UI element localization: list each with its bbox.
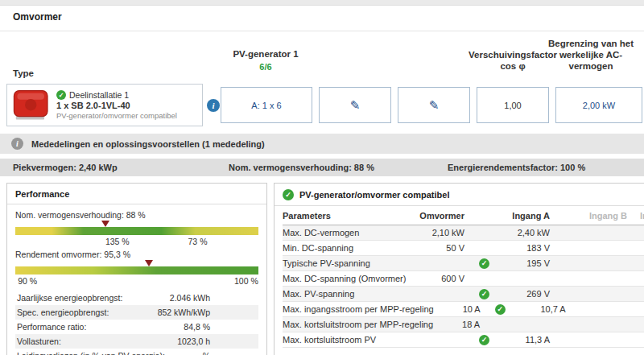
pencil-icon: ✎ [350, 99, 361, 111]
table-row: Max. PV-spanning ✓269 V [283, 287, 644, 302]
info-icon: i [11, 138, 23, 150]
table-row: Max. kortsluitstroom PV ✓11,3 A [283, 332, 644, 348]
check-icon: ✓ [495, 304, 506, 315]
summary-bar: Piekvermogen: 2,40 kWp Nom. vermogensver… [0, 159, 644, 176]
inverter-config-page: Omvormer Type PV-generator 1 6/6 Verschu… [0, 0, 644, 355]
gauge2-bar [15, 266, 258, 275]
gauge1-ticks: 135 % 73 % [15, 237, 258, 248]
performance-row: Spec. energieopbrengst:852 kWh/kWp [15, 305, 258, 320]
column-ac-limit: Begrenzing van het werkelijke AC-vermoge… [543, 38, 639, 72]
top-strip [0, 0, 644, 6]
ok-check-icon: ✓ [283, 189, 294, 200]
info-icon[interactable]: i [207, 99, 220, 112]
gauge2-label: Rendement omvormer: 95,3 % [15, 250, 258, 259]
cos-phi-field[interactable]: 1,00 [477, 87, 549, 123]
compatibility-note: PV-generator/omvormer compatibel [56, 111, 177, 120]
inverter-image [12, 88, 51, 123]
gauge2-tick2: 100 % [234, 276, 258, 286]
ok-check-icon: ✓ [56, 90, 66, 100]
table-row: Max. ingangsstroom per MPP-regeling 10 A… [283, 302, 644, 317]
gauge1-label: Nom. vermogensverhouding: 88 % [15, 210, 258, 220]
gauge-marker-icon [145, 260, 153, 266]
gauge1-tick2: 73 % [188, 237, 208, 246]
gauge1-bar [15, 227, 258, 235]
table-header: Parameters Omvormer Ingang A Ingang B In… [283, 206, 644, 225]
gauge1-tick1: 135 % [105, 237, 130, 246]
performance-row: Jaarlijkse energieopbrengst:2.046 kWh [15, 291, 258, 305]
ac-limit-field[interactable]: 2,00 kW [555, 87, 642, 123]
messages-text: Mededelingen en oplossingsvoorstellen (1… [31, 139, 265, 149]
pencil-icon: ✎ [429, 99, 440, 111]
compatibility-panel: ✓ PV-generator/omvormer compatibel Param… [274, 183, 644, 355]
inverter-model: 1 x SB 2.0-1VL-40 [56, 101, 177, 110]
table-row: Max. kortsluitstroom per MPP-regeling 18… [283, 317, 644, 332]
column-headers: Type PV-generator 1 6/6 Verschuivingsfac… [0, 31, 644, 83]
peak-power: Piekvermogen: 2,40 kWp [13, 159, 118, 176]
performance-row: Performance ratio:84,8 % [15, 320, 258, 334]
table-row: Max. DC-spanning (Omvormer) 600 V ✓ [283, 271, 644, 287]
energy-yield-factor: Energierendementsfactor: 100 % [448, 159, 585, 176]
input-config-button[interactable]: A: 1 x 6 [221, 87, 312, 123]
gauge-marker-icon [101, 221, 109, 227]
table-row: Typische PV-spanning ✓195 V [283, 256, 644, 271]
check-icon: ✓ [479, 258, 489, 269]
messages-bar[interactable]: i Mededelingen en oplossingsvoorstellen … [0, 134, 644, 154]
performance-row: Vollasturen:1023,0 h [15, 334, 258, 349]
column-type: Type [13, 68, 34, 78]
pv-generator-label: PV-generator 1 [201, 49, 330, 59]
performance-title: Performance [7, 184, 266, 204]
edit-pv-generator-button[interactable]: ✎ [319, 87, 391, 123]
performance-rows: Jaarlijkse energieopbrengst:2.046 kWh Sp… [15, 291, 258, 355]
performance-panel: Performance Nom. vermogensverhouding: 88… [6, 183, 267, 355]
nominal-power-ratio: Nom. vermogensverhouding: 88 % [229, 159, 374, 176]
table-row: Max. DC-vermogen 2,10 kW ✓2,40 kW [283, 225, 644, 241]
table-row: Min. DC-spanning 50 V ✓183 V [283, 241, 644, 256]
page-title: Omvormer [13, 11, 62, 23]
check-icon: ✓ [479, 335, 489, 345]
inverter-info: ✓ Deelinstallatie 1 1 x SB 2.0-1VL-40 PV… [56, 90, 177, 120]
pv-generator-count: 6/6 [201, 62, 330, 72]
check-icon: ✓ [479, 289, 489, 299]
compatibility-title: PV-generator/omvormer compatibel [299, 190, 449, 200]
performance-row: Leidingverliezen (in % van PV-energie):-… [15, 349, 258, 355]
inverter-type-card[interactable]: ✓ Deelinstallatie 1 1 x SB 2.0-1VL-40 PV… [6, 84, 203, 126]
panels: Performance Nom. vermogensverhouding: 88… [0, 183, 644, 355]
inverter-row: ✓ Deelinstallatie 1 1 x SB 2.0-1VL-40 PV… [0, 84, 644, 127]
gauge2-tick1: 90 % [18, 276, 37, 286]
subinstallation-label: Deelinstallatie 1 [69, 90, 129, 100]
gauge2-ticks: 90 % 100 % [15, 276, 258, 287]
parameters-table: Parameters Omvormer Ingang A Ingang B In… [275, 206, 644, 348]
column-pv-generator: PV-generator 1 6/6 [201, 49, 330, 72]
edit-config-button[interactable]: ✎ [398, 87, 470, 123]
